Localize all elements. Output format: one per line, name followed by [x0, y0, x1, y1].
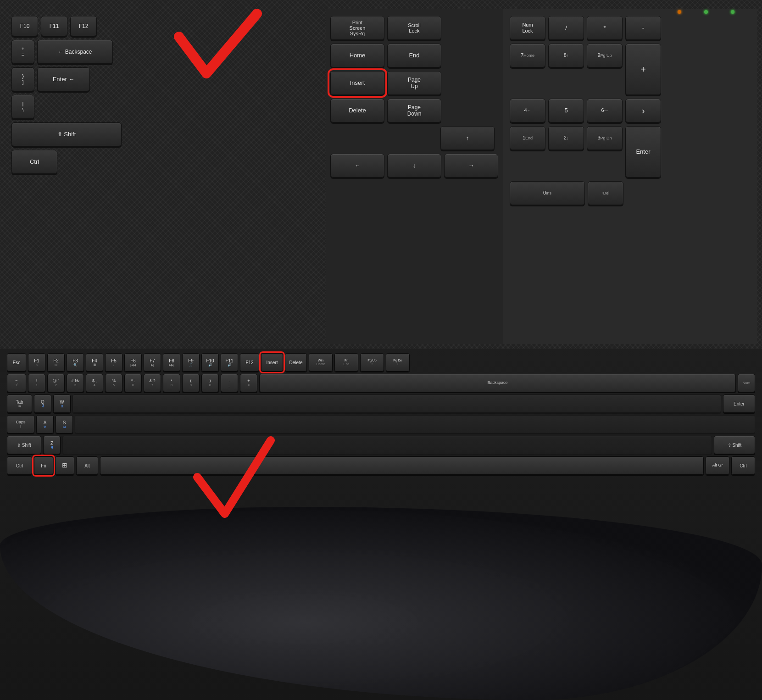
key-enter[interactable]: Enter ← — [37, 67, 90, 91]
bottom-key-f3[interactable]: F3 🔍 — [67, 353, 84, 372]
key-backspace[interactable]: ← Backspace — [37, 40, 113, 64]
key-end[interactable]: End — [387, 44, 441, 67]
bottom-fn-row: Esc F1 ☼ F2 ✉ F3 🔍 F4 🖩 F5 ♪ F6 |◀◀ F7 ▶… — [7, 353, 755, 372]
key-np-0[interactable]: 0Ins — [510, 181, 585, 205]
bottom-key-num-label: Num — [738, 374, 755, 392]
key-np-plus[interactable]: + — [625, 44, 661, 95]
key-np-2[interactable]: 2↓ — [548, 126, 584, 150]
key-f10[interactable]: F10 — [11, 16, 38, 36]
bottom-key-4[interactable]: $ ; 4 — [86, 374, 103, 392]
bottom-key-5[interactable]: % 5 — [105, 374, 122, 392]
bottom-key-1[interactable]: ! 1 — [28, 374, 45, 392]
bottom-key-a[interactable]: A Ф — [36, 415, 54, 433]
bottom-key-f1[interactable]: F1 ☼ — [28, 353, 45, 372]
bottom-key-f10[interactable]: F10 🔊 — [201, 353, 219, 372]
bottom-key-2[interactable]: @ " 2 — [47, 374, 65, 392]
bottom-key-f9[interactable]: F9 🎵 — [182, 353, 200, 372]
key-arrow-left[interactable]: ← — [330, 154, 384, 178]
enter-row: }] Enter ← — [11, 67, 319, 91]
bottom-key-z[interactable]: Z Я — [43, 436, 61, 454]
key-arrow-down[interactable]: ↓ — [387, 154, 441, 178]
bottom-key-7[interactable]: & ? 7 — [144, 374, 161, 392]
key-f11[interactable]: F11 — [41, 16, 67, 36]
bottom-key-lctrl[interactable]: Ctrl — [7, 456, 32, 475]
top-keyboard: F10 F11 F12 += ← Backspace }] Enter ← |\… — [0, 0, 762, 349]
bottom-key-f8[interactable]: F8 ▶▶| — [163, 353, 180, 372]
key-delete[interactable]: Delete — [330, 99, 384, 122]
bottom-key-f4[interactable]: F4 🖩 — [86, 353, 103, 372]
bottom-key-plus-top[interactable]: + = — [240, 374, 257, 392]
bottom-key-rest-shift-row — [62, 436, 712, 454]
bottom-key-tab[interactable]: Tab ⇆ — [7, 394, 32, 413]
key-np-greater[interactable]: › — [625, 99, 661, 122]
key-plus-equals[interactable]: += — [11, 40, 34, 64]
key-np-dot[interactable]: ·Del — [588, 181, 623, 205]
key-page-down[interactable]: PageDown — [387, 99, 441, 122]
bottom-key-lshift[interactable]: ⇧ Shift — [7, 436, 41, 454]
bottom-key-f11[interactable]: F11 🔊 — [221, 353, 238, 372]
bottom-key-f2[interactable]: F2 ✉ — [47, 353, 65, 372]
bottom-key-0[interactable]: ) 0 — [201, 374, 219, 392]
bottom-key-9[interactable]: ( 9 — [182, 374, 200, 392]
bottom-key-altgr[interactable]: Alt Gr — [706, 456, 729, 475]
bottom-key-3[interactable]: # № 3 — [67, 374, 84, 392]
numpad-row2: 7Home 8↑ 9Pg Up + — [510, 44, 751, 95]
key-np-star[interactable]: * — [587, 16, 623, 40]
bottom-key-minus[interactable]: - _ — [221, 374, 238, 392]
bottom-key-w[interactable]: W Ц — [53, 394, 71, 413]
bottom-key-fn-end[interactable]: Fn End — [334, 353, 358, 372]
key-f12[interactable]: F12 — [70, 16, 97, 36]
bottom-key-f6[interactable]: F6 |◀◀ — [124, 353, 142, 372]
bottom-key-pgdn[interactable]: Pg Dn ↓ — [386, 353, 410, 372]
key-arrow-right[interactable]: → — [444, 154, 498, 178]
key-num-lock[interactable]: NumLock — [510, 16, 545, 40]
key-ctrl-left[interactable]: Ctrl — [11, 150, 57, 174]
bottom-key-fn[interactable]: Fn — [34, 456, 53, 475]
bottom-key-s[interactable]: S Ы — [56, 415, 73, 433]
key-np-minus[interactable]: - — [625, 16, 661, 40]
bottom-key-alt[interactable]: Alt — [76, 456, 98, 475]
bottom-key-insert[interactable]: Insert — [261, 353, 283, 372]
key-shift[interactable]: ⇧ Shift — [11, 122, 122, 146]
bottom-key-tilde[interactable]: ~ ` Ё — [7, 374, 26, 392]
key-np-slash[interactable]: / — [548, 16, 584, 40]
key-np-7[interactable]: 7Home — [510, 44, 545, 67]
nav-row5: ↑ — [330, 126, 498, 150]
bottom-key-enter[interactable]: Enter — [723, 394, 755, 413]
bottom-key-f5[interactable]: F5 ♪ — [105, 353, 122, 372]
key-np-9[interactable]: 9Pg Up — [587, 44, 623, 67]
fn-row: F10 F11 F12 — [11, 16, 319, 36]
key-home[interactable]: Home — [330, 44, 384, 67]
key-insert[interactable]: Insert — [330, 71, 384, 95]
key-scroll-lock[interactable]: ScrollLock — [387, 16, 441, 40]
key-np-3[interactable]: 3Pg Dn — [587, 126, 623, 150]
bottom-key-esc[interactable]: Esc — [7, 353, 26, 372]
bottom-key-caps[interactable]: Caps ⇪ — [7, 415, 34, 433]
key-np-5[interactable]: 5 — [548, 99, 584, 122]
bottom-key-backspace-row[interactable]: Backspace — [259, 374, 736, 392]
bottom-key-f7[interactable]: F7 ▶| — [144, 353, 161, 372]
bottom-key-space[interactable] — [100, 456, 704, 475]
numpad-row4: 1End 2↓ 3Pg Dn Enter — [510, 126, 751, 178]
key-bracket-right[interactable]: }] — [11, 67, 34, 91]
bottom-key-rctrl[interactable]: Ctrl — [731, 456, 755, 475]
key-pipe[interactable]: |\ — [11, 95, 34, 119]
key-np-6[interactable]: 6— — [587, 99, 623, 122]
bottom-key-6[interactable]: ^ : 6 — [124, 374, 142, 392]
bottom-key-pgup[interactable]: Pg Up ↑ — [360, 353, 384, 372]
bottom-key-8[interactable]: * 8 — [163, 374, 180, 392]
bottom-key-win[interactable]: ⊞ — [55, 456, 74, 475]
key-np-1[interactable]: 1End — [510, 126, 545, 150]
key-np-8[interactable]: 8↑ — [548, 44, 584, 67]
bottom-key-home[interactable]: Win Home — [309, 353, 333, 372]
key-np-enter[interactable]: Enter — [625, 126, 661, 178]
key-print-screen[interactable]: PrintScreenSysRq — [330, 16, 384, 40]
bottom-key-q[interactable]: Q Й — [34, 394, 51, 413]
bottom-key-f12[interactable]: F12 — [240, 353, 259, 372]
bottom-key-delete[interactable]: Delete — [285, 353, 307, 372]
key-arrow-up[interactable]: ↑ — [440, 126, 495, 150]
key-page-up[interactable]: PageUp — [387, 71, 441, 95]
key-np-4[interactable]: 4← — [510, 99, 545, 122]
status-dot-3 — [731, 10, 734, 14]
bottom-key-rshift[interactable]: ⇧ Shift — [714, 436, 755, 454]
